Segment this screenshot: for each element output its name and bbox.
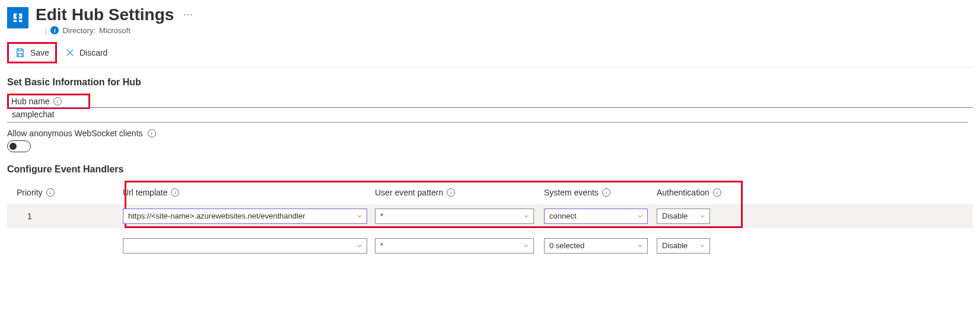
user-pattern-dropdown[interactable]: * [375, 209, 534, 224]
directory-label: Directory: [62, 26, 96, 35]
chevron-down-icon [523, 242, 530, 249]
chevron-down-icon [699, 213, 706, 220]
col-auth-label: Authentication [657, 188, 709, 197]
user-pattern-dropdown[interactable]: * [375, 238, 534, 254]
col-url-label: Url template [123, 188, 167, 197]
url-template-dropdown[interactable] [123, 238, 367, 254]
save-icon [15, 47, 26, 58]
hub-name-label: Hub name [11, 97, 50, 106]
save-button[interactable]: Save [9, 44, 55, 62]
table-row: * 0 selected Disable [7, 234, 973, 258]
discard-label: Discard [79, 48, 107, 57]
system-events-value: connect [549, 211, 577, 220]
url-template-value: https://<site-name>.azurewebsites.net/ev… [128, 211, 305, 220]
info-icon[interactable]: i [53, 97, 62, 105]
command-bar: Save Discard [7, 39, 973, 68]
user-pattern-value: * [380, 241, 383, 250]
allow-anon-toggle[interactable] [7, 140, 31, 152]
table-row: 1 https://<site-name>.azurewebsites.net/… [7, 204, 973, 228]
col-priority-label: Priority [17, 188, 43, 197]
system-events-value: 0 selected [549, 241, 584, 250]
chevron-down-icon [356, 213, 363, 220]
chevron-down-icon [356, 242, 363, 249]
more-icon[interactable]: ··· [183, 9, 193, 20]
table-header-row: Priority i Url template i User event pat… [7, 181, 973, 204]
info-icon[interactable]: i [713, 188, 721, 197]
col-sys-label: System events [544, 188, 599, 197]
directory-breadcrumb: | i Directory: Microsoft [45, 26, 193, 35]
save-label: Save [30, 48, 49, 57]
system-events-dropdown[interactable]: 0 selected [544, 238, 648, 254]
info-icon[interactable]: i [148, 129, 156, 137]
page-header: Edit Hub Settings ··· | i Directory: Mic… [7, 5, 973, 35]
chevron-down-icon [637, 242, 644, 249]
basic-section-heading: Set Basic Information for Hub [7, 77, 973, 88]
user-pattern-value: * [380, 211, 383, 220]
info-icon[interactable]: i [171, 188, 179, 197]
page-title: Edit Hub Settings [36, 5, 174, 25]
system-events-dropdown[interactable]: connect [544, 209, 648, 224]
toggle-knob [9, 143, 17, 150]
allow-anon-label: Allow anonymous WebSocket clients [7, 129, 143, 138]
info-icon[interactable]: i [602, 188, 610, 197]
directory-value: Microsoft [99, 26, 131, 35]
auth-dropdown[interactable]: Disable [657, 209, 710, 224]
handlers-section-heading: Configure Event Handlers [7, 164, 973, 175]
auth-value: Disable [662, 211, 688, 220]
url-template-dropdown[interactable]: https://<site-name>.azurewebsites.net/ev… [123, 209, 367, 224]
auth-value: Disable [662, 241, 688, 250]
auth-dropdown[interactable]: Disable [657, 238, 710, 254]
hub-name-input[interactable] [7, 107, 968, 123]
info-icon[interactable]: i [46, 188, 55, 197]
service-logo-icon [7, 7, 28, 28]
col-user-label: User event pattern [375, 188, 443, 197]
info-icon: i [50, 26, 59, 34]
chevron-down-icon [523, 213, 530, 220]
discard-button[interactable]: Discard [59, 44, 113, 61]
handlers-table: Priority i Url template i User event pat… [7, 181, 973, 258]
chevron-down-icon [637, 213, 644, 220]
close-icon [65, 48, 75, 57]
info-icon[interactable]: i [447, 188, 455, 197]
chevron-down-icon [699, 242, 706, 249]
priority-cell: 1 [7, 211, 123, 221]
